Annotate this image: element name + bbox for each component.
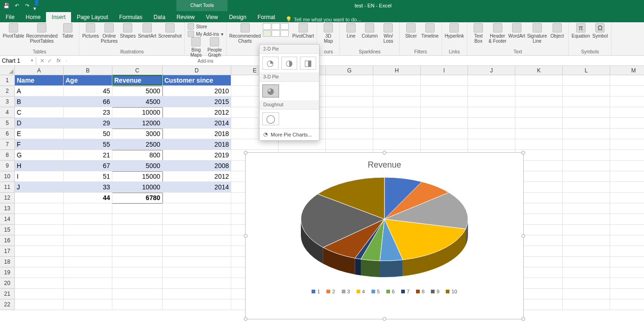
- cell-D6[interactable]: 2018: [163, 129, 231, 139]
- cell-M2[interactable]: [610, 86, 644, 97]
- cell-C22[interactable]: [112, 299, 163, 310]
- cell-M9[interactable]: [610, 161, 644, 171]
- legend-item-7[interactable]: 7: [401, 289, 410, 294]
- col-header-G[interactable]: G: [326, 66, 373, 75]
- enter-icon[interactable]: ✓: [47, 58, 52, 64]
- equation-button[interactable]: πEquation: [572, 23, 590, 39]
- legend-item-6[interactable]: 6: [386, 289, 395, 294]
- cell-B22[interactable]: [64, 299, 112, 310]
- row-header-10[interactable]: 10: [0, 171, 15, 182]
- cell-A12[interactable]: [15, 193, 64, 203]
- cell-D3[interactable]: 2015: [163, 97, 231, 107]
- cell-C6[interactable]: 3000: [112, 129, 163, 139]
- row-header-15[interactable]: 15: [0, 225, 15, 235]
- cell-B9[interactable]: 67: [64, 161, 112, 171]
- row-header-3[interactable]: 3: [0, 97, 15, 107]
- sparkline-line-button[interactable]: Line: [343, 23, 359, 39]
- tab-home[interactable]: Home: [20, 12, 46, 22]
- column-chart-icon[interactable]: [280, 23, 289, 30]
- cell-D1[interactable]: Customer since: [163, 75, 231, 86]
- cell-B6[interactable]: 50: [64, 129, 112, 139]
- more-pie-charts-button[interactable]: ◔ More Pie Charts...: [260, 128, 319, 140]
- cell-C13[interactable]: [112, 203, 163, 214]
- cell-M19[interactable]: [610, 267, 644, 278]
- tab-review[interactable]: Review: [171, 12, 200, 22]
- cell-L16[interactable]: [563, 235, 610, 246]
- textbox-button[interactable]: Text Box: [470, 23, 487, 44]
- resize-handle-bl[interactable]: [244, 317, 247, 321]
- cell-A6[interactable]: E: [15, 129, 64, 139]
- cell-H1[interactable]: [373, 75, 421, 86]
- cell-I4[interactable]: [421, 107, 468, 118]
- pie-side-5[interactable]: [380, 260, 403, 277]
- fx-icon[interactable]: fx: [55, 58, 63, 64]
- chart-gallery[interactable]: [263, 23, 291, 37]
- legend-item-2[interactable]: 2: [326, 289, 335, 294]
- cell-L20[interactable]: [563, 278, 610, 289]
- cell-A8[interactable]: G: [15, 150, 64, 161]
- cell-K5[interactable]: [515, 118, 563, 129]
- row-header-8[interactable]: 8: [0, 150, 15, 161]
- people-graph-button[interactable]: People Graph: [206, 37, 223, 58]
- cell-L7[interactable]: [563, 139, 610, 150]
- row-header-4[interactable]: 4: [0, 107, 15, 118]
- cell-A11[interactable]: J: [15, 182, 64, 193]
- tab-page-layout[interactable]: Page Layout: [71, 12, 113, 22]
- timeline-button[interactable]: Timeline: [421, 23, 438, 39]
- redo-icon[interactable]: ↷: [23, 2, 31, 9]
- cell-J5[interactable]: [468, 118, 515, 129]
- signature-button[interactable]: Signature Line: [527, 23, 547, 44]
- 3d-map-button[interactable]: 3D Map: [320, 23, 337, 44]
- my-addins-button[interactable]: My Add-ins▾: [188, 31, 223, 37]
- sparkline-column-button[interactable]: Column: [361, 23, 378, 39]
- cell-B7[interactable]: 55: [64, 139, 112, 150]
- row-header-17[interactable]: 17: [0, 246, 15, 257]
- cell-B14[interactable]: [64, 214, 112, 225]
- row-header-20[interactable]: 20: [0, 278, 15, 289]
- cell-A3[interactable]: B: [15, 97, 64, 107]
- resize-handle-t[interactable]: [383, 151, 386, 155]
- col-header-H[interactable]: H: [373, 66, 421, 75]
- cancel-icon[interactable]: ✕: [40, 58, 45, 64]
- cell-A10[interactable]: I: [15, 171, 64, 182]
- cell-M4[interactable]: [610, 107, 644, 118]
- sparkline-winloss-button[interactable]: Win/ Loss: [380, 23, 397, 44]
- cell-L8[interactable]: [563, 150, 610, 161]
- undo-icon[interactable]: ↶: [13, 2, 20, 9]
- cell-J2[interactable]: [468, 86, 515, 97]
- cell-B11[interactable]: 33: [64, 182, 112, 193]
- cell-J1[interactable]: [468, 75, 515, 86]
- cell-B8[interactable]: 21: [64, 150, 112, 161]
- cell-K1[interactable]: [515, 75, 563, 86]
- cell-L11[interactable]: [563, 182, 610, 193]
- cell-M18[interactable]: [610, 257, 644, 267]
- cell-B4[interactable]: 23: [64, 107, 112, 118]
- cell-A14[interactable]: [15, 214, 64, 225]
- col-header-M[interactable]: M: [610, 66, 644, 75]
- cell-K2[interactable]: [515, 86, 563, 97]
- cell-A19[interactable]: [15, 267, 64, 278]
- cell-G7[interactable]: [326, 139, 373, 150]
- cell-J3[interactable]: [468, 97, 515, 107]
- legend-item-9[interactable]: 9: [431, 289, 439, 294]
- row-header-9[interactable]: 9: [0, 161, 15, 171]
- tab-insert[interactable]: Insert: [46, 12, 71, 22]
- object-button[interactable]: Object: [549, 23, 566, 39]
- cell-M6[interactable]: [610, 129, 644, 139]
- cell-B5[interactable]: 29: [64, 118, 112, 129]
- pie-side-7[interactable]: [355, 258, 361, 275]
- cell-L9[interactable]: [563, 161, 610, 171]
- legend-item-1[interactable]: 1: [312, 289, 320, 294]
- cell-A13[interactable]: [15, 203, 64, 214]
- cell-C16[interactable]: [112, 235, 163, 246]
- smartart-button[interactable]: SmartArt: [138, 23, 156, 39]
- tell-me-search[interactable]: 💡 Tell me what you want to do...: [281, 16, 361, 22]
- cell-M14[interactable]: [610, 214, 644, 225]
- resize-handle-tl[interactable]: [244, 151, 247, 155]
- cell-D9[interactable]: 2008: [163, 161, 231, 171]
- cell-L6[interactable]: [563, 129, 610, 139]
- cell-I3[interactable]: [421, 97, 468, 107]
- cell-G6[interactable]: [326, 129, 373, 139]
- cell-C14[interactable]: [112, 214, 163, 225]
- cell-I7[interactable]: [421, 139, 468, 150]
